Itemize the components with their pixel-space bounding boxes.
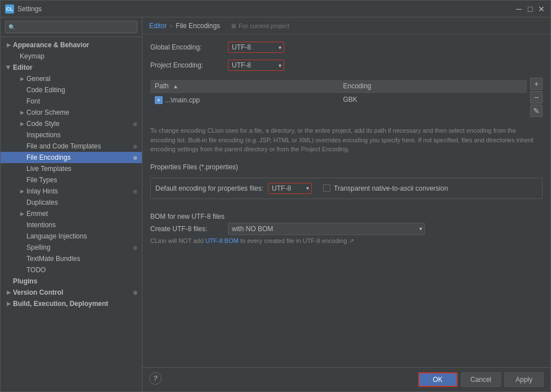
edit-file-button[interactable]: ✎ xyxy=(530,105,543,117)
sidebar-item-inlay-hints[interactable]: ▶ Inlay Hints ⊕ xyxy=(1,186,142,197)
expand-arrow-editor: ▶ xyxy=(5,64,12,71)
sidebar-item-label-appearance: Appearance & Behavior xyxy=(13,41,89,49)
sidebar-item-label-general: General xyxy=(26,75,51,83)
add-file-button[interactable]: + xyxy=(530,78,543,90)
col-header-path[interactable]: Path ▲ xyxy=(150,80,339,93)
sidebar-item-label-keymap: Keymap xyxy=(20,52,44,60)
sidebar-item-intentions[interactable]: ▶ Intentions xyxy=(1,219,142,231)
bom-section: BOM for new UTF-8 files Create UTF-8 fil… xyxy=(150,208,543,245)
for-current-project-label: For current project xyxy=(239,22,289,29)
sidebar-item-label-language-injections: Language Injections xyxy=(26,232,87,240)
sidebar-item-live-templates[interactable]: ▶ Live Templates xyxy=(1,163,142,174)
sidebar-item-label-live-templates: Live Templates xyxy=(26,165,71,173)
sidebar-item-duplicates[interactable]: ▶ Duplicates xyxy=(1,197,142,208)
bom-link[interactable]: UTF-8 BOM xyxy=(205,237,239,244)
sidebar-item-label-font: Font xyxy=(26,97,40,105)
col-header-encoding[interactable]: Encoding xyxy=(339,80,527,93)
global-encoding-select-wrapper: UTF-8 UTF-16 GBK ISO-8859-1 ▾ xyxy=(228,42,284,53)
table-row[interactable]: c ...\main.cpp GBK xyxy=(150,93,527,107)
sidebar-item-code-editing[interactable]: ▶ Code Editing xyxy=(1,84,142,96)
file-encoding-table: Path ▲ Encoding xyxy=(150,80,527,107)
main-content: ▶ Appearance & Behavior ▶ Keymap ▶ Edito… xyxy=(1,17,550,391)
search-input[interactable] xyxy=(5,21,137,33)
sidebar-item-label-color-scheme: Color Scheme xyxy=(26,109,69,116)
sidebar-item-file-types[interactable]: ▶ File Types xyxy=(1,174,142,186)
sidebar-item-label-version-control: Version Control xyxy=(13,289,63,296)
breadcrumb-current: File Encodings xyxy=(176,22,220,30)
sidebar-item-general[interactable]: ▶ General xyxy=(1,73,142,84)
breadcrumb-parent[interactable]: Editor xyxy=(149,22,167,30)
global-encoding-select[interactable]: UTF-8 UTF-16 GBK ISO-8859-1 xyxy=(229,42,279,52)
window-controls: ─ □ ✕ xyxy=(514,4,546,13)
sidebar-item-todo[interactable]: ▶ TODO xyxy=(1,264,142,276)
help-button[interactable]: ? xyxy=(149,372,162,385)
breadcrumb-separator: › xyxy=(170,22,172,30)
sidebar-item-textmate[interactable]: ▶ TextMate Bundles xyxy=(1,253,142,264)
table-action-buttons: + − ✎ xyxy=(528,78,543,117)
copy-icon-inlay-hints: ⊕ xyxy=(133,188,137,195)
default-encoding-label: Default encoding for properties files: xyxy=(155,184,263,192)
sidebar-item-language-injections[interactable]: ▶ Language Injections xyxy=(1,231,142,242)
content-area: Global Encoding: UTF-8 UTF-16 GBK ISO-88… xyxy=(142,35,550,367)
expand-arrow-build-execution: ▶ xyxy=(5,300,12,307)
project-encoding-label: Project Encoding: xyxy=(150,61,223,69)
sidebar-item-emmet[interactable]: ▶ Emmet xyxy=(1,208,142,219)
default-encoding-select[interactable]: UTF-8 UTF-16 GBK xyxy=(268,183,306,193)
sidebar-item-label-code-editing: Code Editing xyxy=(26,86,65,94)
bom-dropdown-icon: ▾ xyxy=(419,226,424,232)
path-sort-arrow: ▲ xyxy=(173,83,178,89)
sidebar-item-spelling[interactable]: ▶ Spelling ⊕ xyxy=(1,242,142,253)
table-container: Path ▲ Encoding xyxy=(150,78,527,117)
default-encoding-select-wrapper: UTF-8 UTF-16 GBK ▾ xyxy=(268,183,312,194)
file-encoding-cell: GBK xyxy=(339,93,527,107)
file-path-value: ...\main.cpp xyxy=(165,96,200,104)
window-title: Settings xyxy=(17,5,514,13)
file-encoding-table-area: Path ▲ Encoding xyxy=(150,78,543,117)
for-current-project: 🖥 For current project xyxy=(230,22,289,29)
file-icon: c ...\main.cpp xyxy=(155,96,200,104)
sidebar-item-editor[interactable]: ▶ Editor xyxy=(1,62,142,73)
file-path-cell: c ...\main.cpp xyxy=(150,93,339,107)
sidebar-item-color-scheme[interactable]: ▶ Color Scheme xyxy=(1,107,142,118)
bom-section-title: BOM for new UTF-8 files xyxy=(150,213,543,220)
sidebar-item-build-execution[interactable]: ▶ Build, Execution, Deployment xyxy=(1,298,142,309)
app-icon: CL xyxy=(5,4,14,13)
bom-select[interactable]: with NO BOM with BOM xyxy=(229,223,419,235)
cancel-button[interactable]: Cancel xyxy=(461,372,501,387)
expand-arrow-emmet: ▶ xyxy=(19,210,25,217)
apply-button[interactable]: Apply xyxy=(504,372,544,387)
maximize-button[interactable]: □ xyxy=(526,4,535,13)
transparent-conversion-row: Transparent native-to-ascii conversion xyxy=(323,184,448,192)
ok-button[interactable]: OK xyxy=(418,372,458,387)
sidebar-item-label-todo: TODO xyxy=(26,266,46,274)
create-utf8-row: Create UTF-8 files: with NO BOM with BOM… xyxy=(150,223,543,235)
transparent-conversion-checkbox[interactable] xyxy=(323,184,330,192)
sidebar-item-inspections[interactable]: ▶ Inspections xyxy=(1,129,142,141)
sidebar-item-label-inlay-hints: Inlay Hints xyxy=(26,187,58,195)
sidebar-item-file-encodings[interactable]: ▶ File Encodings ⊕ xyxy=(1,152,142,163)
sidebar-item-label-intentions: Intentions xyxy=(26,221,56,229)
sidebar-item-appearance[interactable]: ▶ Appearance & Behavior xyxy=(1,39,142,51)
project-encoding-select-wrapper: UTF-8 UTF-16 GBK ISO-8859-1 ▾ xyxy=(228,60,284,71)
copy-icon-file-code-templates: ⊕ xyxy=(133,143,137,150)
sidebar-item-file-code-templates[interactable]: ▶ File and Code Templates ⊕ xyxy=(1,141,142,152)
sidebar-item-keymap[interactable]: ▶ Keymap xyxy=(1,51,142,62)
remove-file-button[interactable]: − xyxy=(530,91,543,103)
sidebar-item-label-file-types: File Types xyxy=(26,176,57,184)
minimize-button[interactable]: ─ xyxy=(514,4,523,13)
sidebar-item-label-file-encodings: File Encodings xyxy=(26,154,71,161)
sidebar-item-code-style[interactable]: ▶ Code Style ⊕ xyxy=(1,118,142,129)
sidebar-item-plugins[interactable]: ▶ Plugins xyxy=(1,276,142,287)
global-encoding-row: Global Encoding: UTF-8 UTF-16 GBK ISO-88… xyxy=(150,42,543,53)
sidebar-item-label-textmate: TextMate Bundles xyxy=(26,255,80,263)
global-encoding-label: Global Encoding: xyxy=(150,43,223,51)
close-button[interactable]: ✕ xyxy=(537,4,546,13)
sidebar-item-label-spelling: Spelling xyxy=(26,244,51,251)
sidebar-item-font[interactable]: ▶ Font xyxy=(1,96,142,107)
project-encoding-row: Project Encoding: UTF-8 UTF-16 GBK ISO-8… xyxy=(150,60,543,71)
project-encoding-select[interactable]: UTF-8 UTF-16 GBK ISO-8859-1 xyxy=(229,60,279,70)
sidebar-item-version-control[interactable]: ▶ Version Control ⊕ xyxy=(1,287,142,298)
footer: ? OK Cancel Apply xyxy=(142,367,550,391)
sidebar-item-label-inspections: Inspections xyxy=(26,131,61,139)
encoding-info-text: To change encoding CLion uses for a file… xyxy=(150,126,543,154)
